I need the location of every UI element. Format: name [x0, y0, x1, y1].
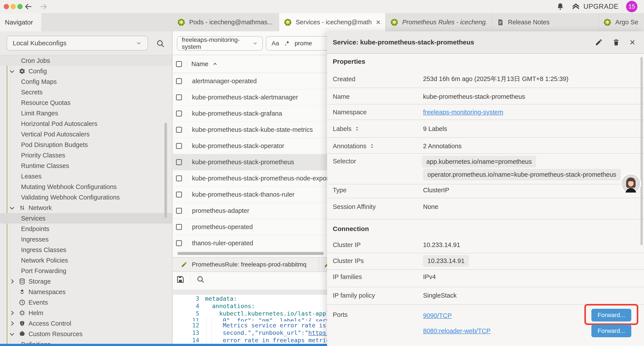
sidebar-tree-item[interactable]: Cron Jobs — [0, 55, 172, 66]
chevron-icon[interactable] — [10, 279, 14, 284]
sidebar-tree-item[interactable]: Ingress Classes — [0, 245, 172, 255]
table-row[interactable]: thanos-ruler-operated — [173, 235, 327, 251]
close-icon[interactable]: × — [630, 37, 635, 47]
app-tab[interactable]: Release Notes — [492, 13, 599, 31]
forward-button[interactable]: Forward... — [592, 325, 631, 337]
table-row[interactable]: alertmanager-operated — [173, 73, 327, 89]
sidebar-tree-item[interactable]: Network Policies — [0, 255, 172, 266]
expand-collapse-icon[interactable] — [369, 143, 374, 149]
editor-tab[interactable]: PrometheusRule: freeleaps-prod-rabbitmq — [173, 258, 319, 272]
table-row[interactable]: kube-prometheus-stack-operator — [173, 138, 327, 154]
table-row[interactable]: kube-prometheus-stack-kube-state-metrics — [173, 122, 327, 138]
delete-icon[interactable] — [612, 38, 620, 46]
close-window-button[interactable] — [4, 4, 9, 9]
regex-icon[interactable]: .* — [285, 40, 289, 47]
sidebar-tree-item[interactable]: Network — [0, 203, 172, 213]
editor-line[interactable]: 12 Metrics service error rate is {{ $va — [173, 322, 327, 329]
table-row[interactable]: kube-prometheus-stack-grafana — [173, 106, 327, 122]
name-column-header[interactable]: Name — [191, 60, 208, 68]
sidebar-tree-item[interactable]: Helm — [0, 308, 172, 318]
app-tab[interactable]: Services - icecheng@math... × — [279, 13, 386, 31]
sidebar-tree-item[interactable]: Access Control — [0, 318, 172, 329]
sidebar-scrollbar[interactable] — [164, 123, 167, 218]
editor-line[interactable]: 13 second.","runbook_url":"https://net — [173, 329, 327, 336]
table-row[interactable]: prometheus-adapter — [173, 203, 327, 219]
bell-icon[interactable] — [556, 3, 564, 10]
table-row[interactable]: kube-prometheus-stack-prometheus — [173, 154, 327, 170]
expand-collapse-icon[interactable] — [354, 126, 360, 131]
sidebar-tree-item[interactable]: Endpoints — [0, 224, 172, 234]
chevron-icon[interactable] — [10, 69, 14, 74]
row-checkbox[interactable] — [176, 78, 182, 84]
sidebar-tree-item[interactable]: Storage — [0, 276, 172, 287]
row-checkbox[interactable] — [176, 175, 182, 181]
sidebar-tree-item[interactable]: Secrets — [0, 87, 172, 97]
sidebar-tree-item[interactable]: Config Maps — [0, 76, 172, 87]
sidebar-tree-item[interactable]: Services — [0, 213, 172, 224]
namespace-link[interactable]: freeleaps-monitoring-system — [423, 109, 503, 116]
editor-tab-partial[interactable] — [319, 258, 327, 272]
sidebar-tree-item[interactable]: Config — [0, 66, 172, 76]
table-row[interactable]: prometheus-operated — [173, 219, 327, 235]
user-avatar[interactable] — [620, 173, 641, 194]
upgrade-button[interactable]: UPGRADE — [572, 2, 618, 11]
port-link[interactable]: 8080:reloader-web/TCP — [423, 327, 490, 335]
sidebar-tree-item[interactable]: Validating Webhook Configurations — [0, 192, 172, 203]
editor-search-icon[interactable] — [196, 275, 205, 284]
notifications-count-badge[interactable]: 15 — [626, 1, 638, 12]
table-row[interactable]: kube-prometheus-stack-prometheus-node-ex… — [173, 170, 327, 187]
save-icon[interactable] — [176, 275, 185, 284]
row-checkbox[interactable] — [176, 111, 182, 116]
kubeconfig-selector[interactable]: Local Kubeconfigs — [6, 36, 148, 50]
table-row[interactable]: kube-prometheus-stack-thanos-ruler — [173, 187, 327, 203]
sidebar-tree-item[interactable]: Events — [0, 297, 172, 308]
close-tab-icon[interactable]: × — [376, 18, 380, 26]
editor-line[interactable]: 5 kubectl.kubernetes.io/last-applied-co — [173, 310, 327, 317]
chevron-icon[interactable] — [10, 332, 14, 336]
name-filter-input[interactable]: Aa .* prome — [266, 36, 327, 50]
select-all-checkbox[interactable] — [176, 61, 182, 67]
row-checkbox[interactable] — [176, 159, 182, 165]
sidebar-tree-item[interactable]: Mutating Webhook Configurations — [0, 182, 172, 192]
sidebar-tree-item[interactable]: Runtime Classes — [0, 161, 172, 171]
chevron-icon[interactable] — [10, 311, 14, 315]
editor-line[interactable]: 4 annotations: — [173, 302, 327, 310]
row-checkbox[interactable] — [176, 94, 182, 100]
editor-line[interactable]: 11 0", for": "nm", labels":{ service": — [173, 317, 327, 322]
search-icon[interactable] — [156, 39, 165, 48]
navigator-panel-tab[interactable]: Navigator — [0, 13, 42, 31]
zoom-window-button[interactable] — [17, 4, 22, 9]
sidebar-tree-item[interactable]: Pod Disruption Budgets — [0, 139, 172, 150]
minimize-window-button[interactable] — [10, 4, 16, 9]
sidebar-tree-item[interactable]: Horizontal Pod Autoscalers — [0, 118, 172, 129]
chevron-icon[interactable] — [10, 321, 14, 326]
namespace-selector[interactable]: freeleaps-monitoring-system — [177, 36, 263, 50]
sidebar-tree-item[interactable]: Namespaces — [0, 287, 172, 297]
back-button[interactable] — [24, 2, 33, 11]
sidebar-tree-item[interactable]: Limit Ranges — [0, 108, 172, 118]
row-checkbox[interactable] — [176, 224, 182, 230]
editor-line[interactable]: 3 metadata: — [173, 295, 327, 302]
forward-button[interactable] — [39, 2, 48, 11]
match-case-icon[interactable]: Aa — [272, 40, 279, 47]
sidebar-tree-item[interactable]: Vertical Pod Autoscalers — [0, 129, 172, 139]
chevron-icon[interactable] — [10, 205, 14, 210]
edit-icon[interactable] — [595, 38, 603, 46]
row-checkbox[interactable] — [176, 143, 182, 149]
app-tab[interactable]: Pods - icecheng@mathmas... — [172, 13, 279, 31]
sidebar-tree-item[interactable]: Leases — [0, 171, 172, 182]
sort-ascending-icon[interactable] — [212, 61, 218, 67]
row-checkbox[interactable] — [176, 127, 182, 133]
row-checkbox[interactable] — [176, 192, 182, 198]
sidebar-tree-item[interactable]: Ingresses — [0, 234, 172, 245]
yaml-editor[interactable]: 3 metadata: 4 annotations: 5 kubectl.kub… — [173, 295, 327, 344]
drawer-scrollbar[interactable] — [640, 57, 643, 245]
sidebar-tree-item[interactable]: Port Forwarding — [0, 266, 172, 276]
row-checkbox[interactable] — [176, 208, 182, 214]
port-link[interactable]: 9090/TCP — [423, 312, 452, 319]
annotations-count[interactable]: 2 Annotations — [423, 143, 462, 150]
table-row[interactable]: kube-prometheus-stack-alertmanager — [173, 89, 327, 106]
horizontal-scrollbar[interactable] — [177, 252, 324, 255]
sidebar-tree-item[interactable]: Priority Classes — [0, 150, 172, 161]
editor-line[interactable]: 14 error rate in freeleaps metrics ser — [173, 336, 327, 344]
